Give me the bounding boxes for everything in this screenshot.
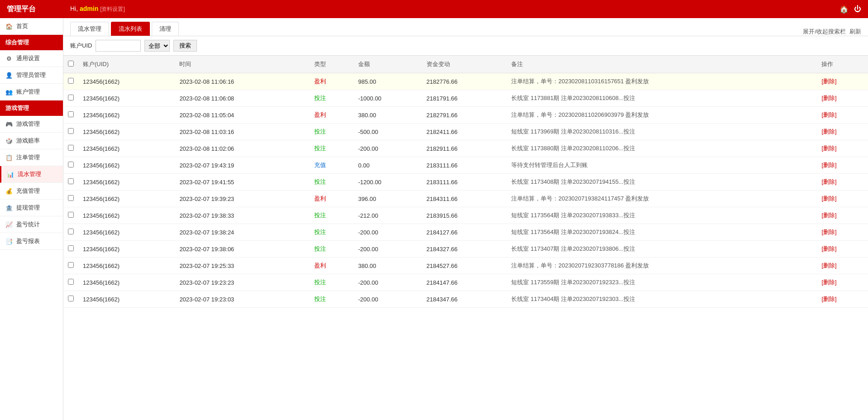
delete-link[interactable]: [删除] (821, 245, 836, 252)
row-checkbox-cell (63, 274, 78, 291)
sidebar-recharge-management-label: 充值管理 (16, 187, 40, 195)
delete-link[interactable]: [删除] (821, 111, 836, 118)
report-icon: 📑 (5, 238, 13, 245)
sidebar-item-recharge-management[interactable]: 💰 充值管理 (0, 183, 63, 200)
row-checkbox[interactable] (68, 128, 74, 134)
table-body: 123456(1662) 2023-02-08 11:06:16 盈利 985.… (63, 73, 868, 308)
home-icon[interactable]: 🏠 (839, 5, 849, 14)
row-amount: 380.00 (354, 107, 422, 124)
recharge-icon: 💰 (5, 187, 13, 195)
delete-link[interactable]: [删除] (821, 296, 836, 302)
sidebar-item-lottery-stats[interactable]: 📈 盈亏统计 (0, 216, 63, 233)
order-icon: 📋 (5, 154, 13, 161)
sidebar-item-admin-management[interactable]: 👤 管理员管理 (0, 67, 63, 84)
row-note: 注单结算，单号：20230207192303778186 盈利发放 (507, 258, 817, 274)
row-type: 投注 (310, 291, 354, 308)
row-uid: 123456(1662) (78, 90, 175, 107)
flow-icon: 📊 (7, 171, 14, 178)
delete-link[interactable]: [删除] (821, 145, 836, 152)
row-balance: 2181791.66 (422, 90, 507, 107)
row-checkbox[interactable] (68, 178, 74, 184)
gear-icon: ⚙ (5, 55, 13, 62)
row-note: 长线室 1173404期 注单20230207192303...投注 (507, 291, 817, 308)
expand-collapse-button[interactable]: 展开/收起搜索栏 (803, 28, 846, 36)
sidebar-item-game-odds[interactable]: 🎲 游戏赔率 (0, 133, 63, 149)
delete-link[interactable]: [删除] (821, 212, 836, 219)
refresh-button[interactable]: 刷新 (849, 28, 861, 36)
row-checkbox-cell (63, 241, 78, 258)
row-checkbox[interactable] (68, 145, 74, 151)
row-amount: 380.00 (354, 258, 422, 274)
delete-link[interactable]: [删除] (821, 128, 836, 135)
uid-input[interactable] (96, 40, 141, 52)
delete-link[interactable]: [删除] (821, 195, 836, 202)
main-layout: 🏠 首页 综合管理 ⚙ 通用设置 👤 管理员管理 👥 账户管理 游戏管理 🎮 游… (0, 18, 868, 420)
row-action: [删除] (817, 207, 868, 224)
row-uid: 123456(1662) (78, 107, 175, 124)
admin-icon: 👤 (5, 72, 13, 79)
sidebar-item-withdrawal-management[interactable]: 🏦 提现管理 (0, 200, 63, 216)
profile-link[interactable]: [资料设置] (100, 6, 125, 12)
delete-link[interactable]: [删除] (821, 262, 836, 269)
row-checkbox[interactable] (68, 95, 74, 100)
select-all-checkbox[interactable] (68, 61, 74, 67)
row-checkbox[interactable] (68, 279, 74, 285)
search-button[interactable]: 搜索 (173, 40, 197, 52)
row-checkbox[interactable] (68, 195, 74, 201)
row-amount: 0.00 (354, 157, 422, 174)
row-checkbox[interactable] (68, 78, 74, 84)
row-time: 2023-02-08 11:05:04 (175, 107, 309, 124)
row-time: 2023-02-07 19:41:55 (175, 174, 309, 191)
uid-label: 账户UID (70, 42, 92, 50)
sidebar-item-general-settings[interactable]: ⚙ 通用设置 (0, 50, 63, 67)
tab-flow-management[interactable]: 流水管理 (70, 22, 109, 36)
row-balance: 2182411.66 (422, 124, 507, 140)
table-row: 123456(1662) 2023-02-08 11:06:16 盈利 985.… (63, 73, 868, 90)
sidebar-item-account-management[interactable]: 👥 账户管理 (0, 84, 63, 100)
sidebar-admin-management-label: 管理员管理 (16, 71, 46, 79)
toolbar-right: 展开/收起搜索栏 刷新 (803, 28, 861, 36)
delete-link[interactable]: [删除] (821, 178, 836, 185)
row-action: [删除] (817, 258, 868, 274)
greeting: Hi, admin [资料设置] (70, 5, 839, 13)
withdrawal-icon: 🏦 (5, 204, 13, 211)
sidebar-item-flow-management[interactable]: 📊 流水管理 (0, 166, 63, 183)
row-checkbox[interactable] (68, 296, 74, 301)
row-type: 投注 (310, 241, 354, 258)
delete-link[interactable]: [删除] (821, 229, 836, 235)
sidebar-item-order-management[interactable]: 📋 注单管理 (0, 149, 63, 166)
tab-flow-list-label: 流水列表 (119, 25, 142, 32)
row-action: [删除] (817, 107, 868, 124)
row-note: 长线室 1173407期 注单20230207193806...投注 (507, 241, 817, 258)
sidebar-item-lottery-report[interactable]: 📑 盈亏报表 (0, 233, 63, 250)
sidebar-item-home[interactable]: 🏠 首页 (0, 18, 63, 35)
row-checkbox[interactable] (68, 162, 74, 167)
delete-link[interactable]: [删除] (821, 279, 836, 286)
type-select[interactable]: 全部 盈利 投注 充值 (144, 40, 170, 52)
sidebar-withdrawal-management-label: 提现管理 (16, 204, 40, 212)
delete-link[interactable]: [删除] (821, 162, 836, 168)
row-amount: -500.00 (354, 124, 422, 140)
sidebar-item-game-management[interactable]: 🎮 游戏管理 (0, 116, 63, 133)
row-amount: -200.00 (354, 140, 422, 157)
table-row: 123456(1662) 2023-02-07 19:25:33 盈利 380.… (63, 258, 868, 274)
delete-link[interactable]: [删除] (821, 78, 836, 85)
row-checkbox[interactable] (68, 229, 74, 234)
row-note: 长线室 1173881期 注单20230208110608...投注 (507, 90, 817, 107)
row-note: 短线室 1173969期 注单20230208110316...投注 (507, 124, 817, 140)
tab-clear[interactable]: 清理 (152, 22, 179, 36)
row-time: 2023-02-08 11:02:06 (175, 140, 309, 157)
delete-link[interactable]: [删除] (821, 95, 836, 101)
odds-icon: 🎲 (5, 137, 13, 144)
sidebar-home-label: 首页 (16, 22, 28, 30)
row-checkbox-cell (63, 107, 78, 124)
header-checkbox-col (63, 56, 78, 73)
power-icon[interactable]: ⏻ (854, 5, 861, 14)
tab-flow-list[interactable]: 流水列表 (111, 22, 150, 36)
row-checkbox[interactable] (68, 111, 74, 117)
row-time: 2023-02-07 19:38:24 (175, 224, 309, 241)
row-checkbox[interactable] (68, 245, 74, 251)
row-amount: -200.00 (354, 291, 422, 308)
row-checkbox[interactable] (68, 262, 74, 268)
row-checkbox[interactable] (68, 212, 74, 218)
